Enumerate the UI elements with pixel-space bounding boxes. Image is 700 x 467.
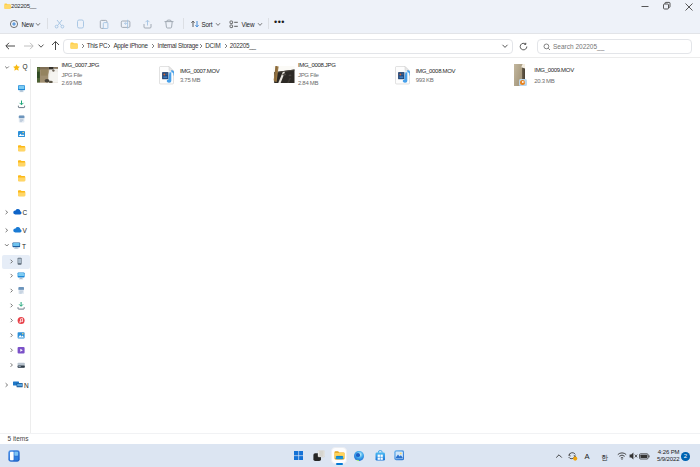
svg-text:V: V: [23, 227, 28, 234]
svg-text:N: N: [24, 382, 29, 389]
svg-text:T: T: [22, 243, 26, 250]
svg-text:Q: Q: [23, 63, 28, 71]
svg-text:C: C: [23, 209, 28, 216]
